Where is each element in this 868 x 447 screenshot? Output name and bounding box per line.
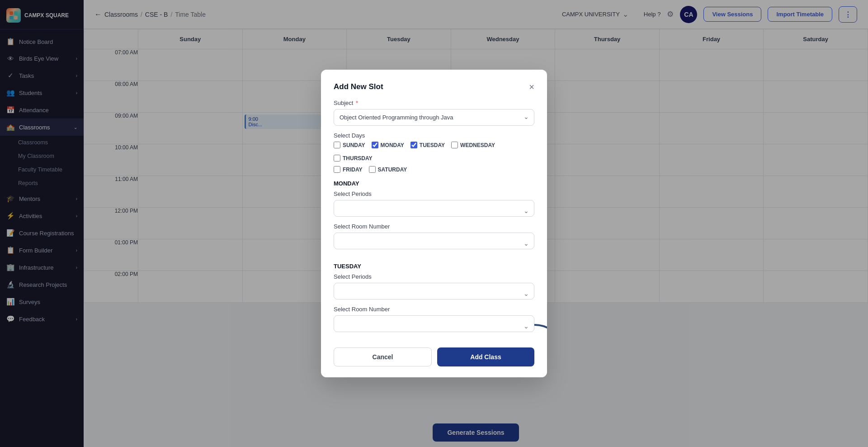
tuesday-room-label: Select Room Number — [334, 306, 534, 313]
add-new-slot-modal: Add New Slot × Subject * Object Oriented… — [321, 70, 547, 377]
tuesday-periods-select-wrapper — [334, 283, 534, 306]
thursday-checkbox[interactable] — [334, 155, 340, 162]
thursday-label: THURSDAY — [343, 155, 373, 162]
monday-room-select[interactable] — [334, 233, 534, 249]
subject-select[interactable]: Object Oriented Programming through Java — [334, 109, 534, 126]
modal-overlay: Add New Slot × Subject * Object Oriented… — [0, 0, 868, 447]
tuesday-room-select-wrapper — [334, 315, 534, 338]
days-label: Select Days — [334, 132, 534, 139]
days-row-1: SUNDAY MONDAY TUESDAY WEDNESDAY THURSDAY — [334, 142, 534, 162]
wednesday-label: WEDNESDAY — [460, 142, 495, 148]
monday-periods-select-wrapper — [334, 200, 534, 223]
monday-label: MONDAY — [381, 142, 404, 148]
monday-periods-select[interactable] — [334, 200, 534, 217]
days-row-2: FRIDAY SATURDAY — [334, 166, 534, 173]
monday-room-select-wrapper — [334, 233, 534, 256]
add-class-button[interactable]: Add Class — [437, 347, 534, 366]
tuesday-label: TUESDAY — [420, 142, 445, 148]
monday-periods-label: Select Periods — [334, 190, 534, 197]
day-wednesday[interactable]: WEDNESDAY — [451, 142, 495, 148]
sunday-label: SUNDAY — [343, 142, 365, 148]
tuesday-section-label: TUESDAY — [334, 263, 534, 270]
modal-header: Add New Slot × — [334, 82, 534, 91]
saturday-checkbox[interactable] — [369, 166, 376, 173]
tuesday-periods-label: Select Periods — [334, 273, 534, 280]
wednesday-checkbox[interactable] — [451, 142, 458, 148]
cancel-button[interactable]: Cancel — [334, 347, 432, 366]
day-friday[interactable]: FRIDAY — [334, 166, 363, 173]
modal-title: Add New Slot — [334, 82, 383, 91]
friday-checkbox[interactable] — [334, 166, 340, 173]
sunday-checkbox[interactable] — [334, 142, 340, 148]
day-monday[interactable]: MONDAY — [372, 142, 404, 148]
required-marker: * — [356, 100, 358, 106]
tuesday-periods-select[interactable] — [334, 283, 534, 300]
day-sunday[interactable]: SUNDAY — [334, 142, 365, 148]
friday-label: FRIDAY — [343, 166, 363, 173]
modal-close-button[interactable]: × — [529, 82, 534, 91]
day-saturday[interactable]: SATURDAY — [369, 166, 407, 173]
saturday-label: SATURDAY — [378, 166, 407, 173]
monday-room-label: Select Room Number — [334, 223, 534, 230]
subject-label: Subject * — [334, 100, 534, 106]
day-tuesday[interactable]: TUESDAY — [410, 142, 445, 148]
subject-select-wrapper: Object Oriented Programming through Java — [334, 109, 534, 126]
modal-footer: Cancel Add Class — [334, 347, 534, 366]
monday-section-label: MONDAY — [334, 180, 534, 187]
tuesday-checkbox[interactable] — [410, 142, 417, 148]
day-thursday[interactable]: THURSDAY — [334, 155, 373, 162]
tuesday-room-select[interactable] — [334, 315, 534, 332]
monday-checkbox[interactable] — [372, 142, 378, 148]
